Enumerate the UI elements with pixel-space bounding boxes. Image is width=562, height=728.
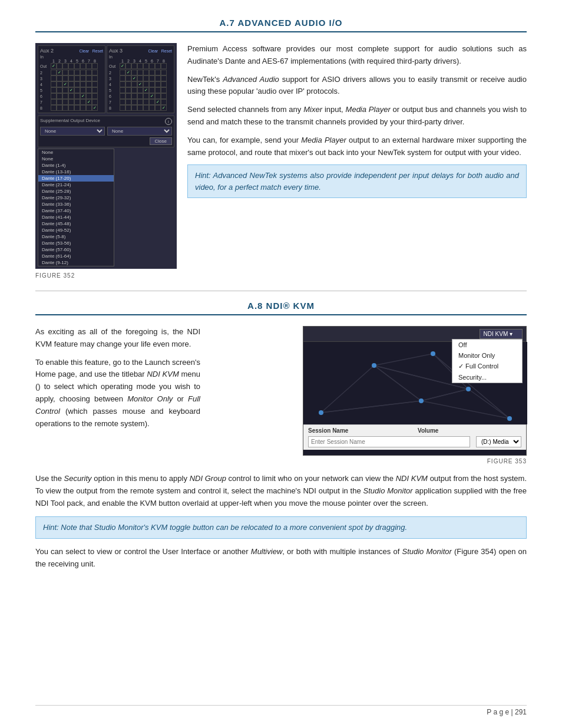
matrix-cell[interactable] [137,70,143,75]
matrix-cell[interactable] [74,87,80,93]
matrix-cell[interactable] [137,105,143,111]
matrix-cell[interactable] [86,70,92,75]
matrix-cell[interactable] [149,81,155,87]
dropdown-item-none1[interactable]: None [38,149,114,156]
matrix-cell[interactable] [161,87,167,93]
matrix-cell[interactable] [74,93,80,99]
matrix-cell[interactable] [143,63,149,69]
matrix-cell[interactable] [86,93,92,99]
matrix-cell[interactable] [80,93,86,99]
dropdown-item-dante-25-28[interactable]: Dante (25-28) [38,188,114,195]
aux3-reset-btn[interactable]: Reset [161,49,172,53]
matrix-cell[interactable] [62,81,68,87]
matrix-cell[interactable] [131,93,137,99]
aux2-reset-btn[interactable]: Reset [92,49,103,53]
matrix-cell[interactable] [86,99,92,105]
matrix-cell[interactable] [68,105,74,111]
matrix-cell[interactable] [57,75,62,81]
matrix-cell[interactable] [120,81,125,87]
matrix-cell[interactable] [155,70,161,75]
matrix-cell[interactable] [80,87,86,93]
matrix-cell[interactable] [57,99,62,105]
matrix-cell[interactable] [125,93,131,99]
matrix-cell[interactable] [80,105,86,111]
dropdown-item-dante-29-32[interactable]: Dante (29-32) [38,195,114,201]
matrix-cell[interactable] [92,105,98,111]
dropdown-item-dante-17-20[interactable]: Dante (17-20) [38,175,114,182]
dropdown-item-dante-13-16[interactable]: Dante (13-16) [38,169,114,175]
matrix-cell[interactable] [149,75,155,81]
dropdown-item-dante-37-40[interactable]: Dante (37-40) [38,207,114,214]
matrix-cell[interactable] [137,63,143,69]
dropdown-item-none2[interactable]: None [38,156,114,162]
matrix-cell[interactable] [137,87,143,93]
matrix-cell[interactable] [62,99,68,105]
matrix-cell[interactable] [92,81,98,87]
matrix-cell[interactable] [62,63,68,69]
ndi-kvm-menu-off[interactable]: Off [452,340,522,350]
matrix-cell[interactable] [51,81,57,87]
matrix-cell[interactable] [161,93,167,99]
matrix-cell[interactable] [149,105,155,111]
matrix-cell[interactable] [86,75,92,81]
dropdown-item-dante-33-36[interactable]: Dante (33-36) [38,201,114,207]
matrix-cell[interactable] [86,105,92,111]
matrix-cell[interactable] [125,70,131,75]
matrix-cell[interactable] [120,75,125,81]
dropdown-item-dante-61-64[interactable]: Dante (61-64) [38,253,114,259]
aux3-clear-btn[interactable]: Clear [148,49,158,53]
matrix-cell[interactable] [92,70,98,75]
matrix-cell[interactable] [125,81,131,87]
matrix-cell[interactable] [74,105,80,111]
matrix-cell[interactable] [120,99,125,105]
matrix-cell[interactable] [131,99,137,105]
matrix-cell[interactable] [68,93,74,99]
matrix-cell[interactable] [86,63,92,69]
matrix-cell[interactable] [120,63,125,69]
matrix-cell[interactable] [62,87,68,93]
media-select[interactable]: (D:) Media [476,436,521,447]
matrix-cell[interactable] [155,93,161,99]
dropdown-item-dante-41-44[interactable]: Dante (41-44) [38,214,114,220]
matrix-cell[interactable] [68,63,74,69]
matrix-cell[interactable] [86,81,92,87]
matrix-cell[interactable] [155,81,161,87]
matrix-cell[interactable] [74,70,80,75]
dropdown-item-dante-45-48[interactable]: Dante (45-48) [38,220,114,227]
matrix-cell[interactable] [51,105,57,111]
matrix-cell[interactable] [51,70,57,75]
dropdown-item-dante-21-24[interactable]: Dante (21-24) [38,182,114,188]
matrix-cell[interactable] [68,81,74,87]
matrix-cell[interactable] [74,99,80,105]
matrix-cell[interactable] [51,87,57,93]
matrix-cell[interactable] [137,81,143,87]
ndi-kvm-menu-security[interactable]: Security... [452,372,522,383]
matrix-cell[interactable] [131,105,137,111]
matrix-cell[interactable] [74,63,80,69]
matrix-cell[interactable] [120,105,125,111]
matrix-cell[interactable] [80,63,86,69]
matrix-cell[interactable] [125,99,131,105]
matrix-cell[interactable] [161,63,167,69]
dropdown-item-dante-53-56[interactable]: Dante (53-56) [38,240,114,246]
matrix-cell[interactable] [155,99,161,105]
matrix-cell[interactable] [143,81,149,87]
matrix-cell[interactable] [74,75,80,81]
close-button[interactable]: Close [150,137,172,145]
matrix-cell[interactable] [51,93,57,99]
matrix-cell[interactable] [92,75,98,81]
matrix-cell[interactable] [131,75,137,81]
matrix-cell[interactable] [131,63,137,69]
matrix-cell[interactable] [149,93,155,99]
matrix-cell[interactable] [74,81,80,87]
matrix-cell[interactable] [62,105,68,111]
matrix-cell[interactable] [149,99,155,105]
matrix-cell[interactable] [51,75,57,81]
matrix-cell[interactable] [92,87,98,93]
matrix-cell[interactable] [131,87,137,93]
session-name-input[interactable] [308,436,470,447]
matrix-cell[interactable] [143,93,149,99]
matrix-cell[interactable] [149,63,155,69]
matrix-cell[interactable] [68,75,74,81]
matrix-cell[interactable] [62,70,68,75]
